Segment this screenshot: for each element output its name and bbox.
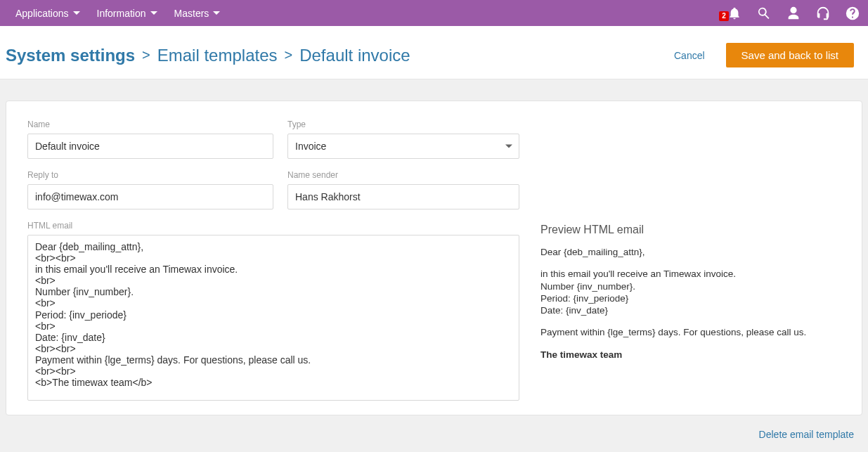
name-label: Name [27, 120, 273, 129]
chevron-down-icon [73, 11, 80, 15]
headset-icon [815, 6, 831, 21]
form-card: Name Type Reply to Name sender [6, 101, 862, 415]
notifications-button[interactable]: 2 [719, 5, 743, 22]
preview-line: Number {inv_number}. [540, 280, 841, 292]
header-actions: Cancel Save and back to list [674, 43, 862, 67]
preview-line: Period: {inv_periode} [540, 292, 841, 304]
sender-label: Name sender [287, 170, 519, 180]
cancel-button[interactable]: Cancel [674, 50, 705, 61]
support-button[interactable] [815, 5, 831, 22]
help-button[interactable] [844, 5, 861, 22]
breadcrumb-separator: > [135, 47, 157, 63]
breadcrumb-root[interactable]: System settings [6, 46, 135, 65]
search-icon [756, 6, 772, 21]
breadcrumb-leaf: Default invoice [299, 46, 410, 65]
preview-panel: Preview HTML email Dear {deb_mailing_att… [540, 221, 841, 401]
nav-left: Applications Information Masters [8, 4, 227, 23]
preview-signature: The timewax team [540, 349, 622, 360]
breadcrumb-separator: > [278, 47, 300, 63]
type-field-group: Type [287, 120, 519, 159]
preview-line: Dear {deb_mailing_attn}, [540, 246, 841, 258]
breadcrumb-templates[interactable]: Email templates [157, 46, 278, 65]
reply-to-field-group: Reply to [27, 170, 273, 209]
sender-input[interactable] [287, 184, 519, 209]
save-button[interactable]: Save and back to list [726, 43, 854, 67]
name-field-group: Name [27, 120, 273, 159]
reply-to-label: Reply to [27, 170, 273, 180]
preview-line: in this email you'll receive an Timewax … [540, 268, 841, 280]
html-email-group: HTML email [27, 221, 519, 401]
user-button[interactable] [785, 5, 802, 22]
footer: Delete email template [0, 415, 868, 441]
preview-line: Date: {inv_date} [540, 304, 841, 316]
content-area: Name Type Reply to Name sender [0, 79, 868, 415]
page-header: System settings > Email templates > Defa… [0, 26, 868, 79]
help-icon [845, 6, 860, 21]
html-email-label: HTML email [27, 221, 519, 231]
delete-template-link[interactable]: Delete email template [759, 429, 854, 440]
reply-to-input[interactable] [27, 184, 273, 209]
name-input[interactable] [27, 134, 273, 159]
html-email-textarea[interactable] [27, 235, 519, 401]
nav-masters-label: Masters [174, 8, 209, 19]
chevron-down-icon [150, 11, 157, 15]
nav-applications-label: Applications [15, 8, 69, 19]
chevron-down-icon [213, 11, 220, 15]
nav-masters[interactable]: Masters [167, 4, 228, 23]
search-button[interactable] [756, 5, 772, 22]
user-icon [786, 6, 801, 21]
sender-field-group: Name sender [287, 170, 519, 209]
preview-line: Payment within {lge_terms} days. For que… [540, 326, 841, 338]
type-select[interactable] [287, 134, 519, 159]
bell-icon [726, 5, 743, 22]
nav-applications[interactable]: Applications [8, 4, 87, 23]
type-label: Type [287, 120, 519, 129]
preview-title: Preview HTML email [540, 224, 841, 236]
nav-information[interactable]: Information [90, 4, 164, 23]
nav-information-label: Information [97, 8, 146, 19]
nav-right: 2 [719, 5, 861, 22]
preview-body: Dear {deb_mailing_attn}, in this email y… [540, 246, 841, 361]
top-nav: Applications Information Masters 2 [0, 0, 868, 26]
breadcrumb: System settings > Email templates > Defa… [6, 46, 410, 65]
